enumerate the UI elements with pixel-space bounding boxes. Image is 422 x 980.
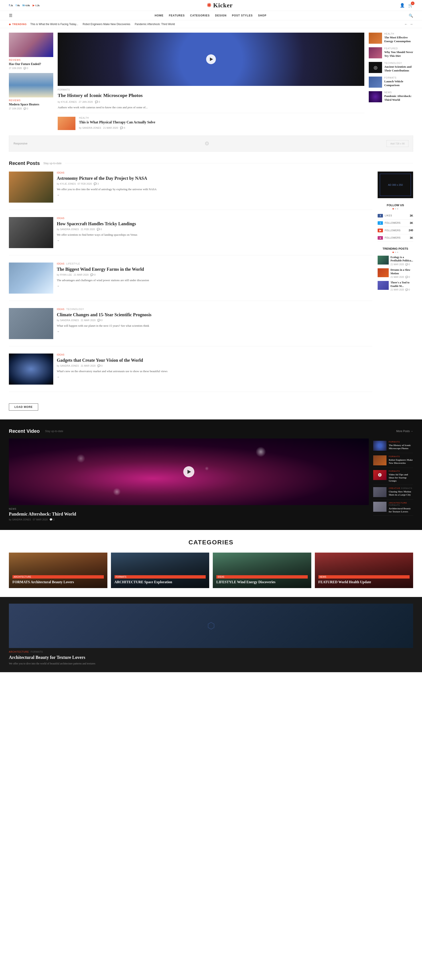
- tp-title-2[interactable]: Dreams in a Slow Motion: [390, 268, 413, 275]
- trending-item-2[interactable]: Robot Engineers Make New Discoveries: [83, 23, 130, 26]
- cart-button[interactable]: 🛒 0: [408, 3, 413, 8]
- nav-design[interactable]: DESIGN: [215, 14, 227, 17]
- recent-post-4-cat2: TECHNOLOGY: [66, 308, 84, 310]
- vl-title-1[interactable]: The History of Iconic Microscope Photos: [389, 444, 413, 450]
- featured-sub-title[interactable]: This is What Physical Therapy Can Actual…: [79, 120, 155, 125]
- trending-next-arrow[interactable]: →: [409, 22, 413, 26]
- vl-title-5[interactable]: Architectural Beauty for Texture Lovers: [389, 507, 413, 513]
- social-facebook[interactable]: f 2k: [9, 4, 13, 7]
- site-logo[interactable]: ❋ Kicker: [207, 2, 233, 9]
- sidebar-title-4[interactable]: Launch Vehicle Comparison: [384, 80, 413, 87]
- sidebar-content-3: TECHNOLOGY Ancient Scientists and Their …: [384, 62, 413, 73]
- featured-sub-meta: by SANDRA JONES 21 MAR 2020 💬 4: [79, 126, 155, 129]
- cat-card-3[interactable]: IDEAS LIFESTYLE Wind Energy Discoveries: [213, 552, 311, 588]
- recent-post-2-title[interactable]: How Spacecraft Handles Tricky Landings: [57, 221, 372, 227]
- recent-post-4-more[interactable]: →: [57, 330, 372, 333]
- vl-title-3[interactable]: Video Ad Tips and Ideas for Startup Grou…: [389, 473, 413, 482]
- sidebar-title-1[interactable]: The Most Effective Energy Consumption: [384, 36, 413, 43]
- featured-play-button[interactable]: [206, 54, 216, 64]
- nav-categories[interactable]: CATEGORIES: [190, 14, 209, 17]
- small-post-1-meta: 27 JUN 2020 💬 3: [9, 67, 53, 70]
- recent-post-3-more[interactable]: →: [57, 285, 372, 288]
- arch-title[interactable]: Architectural Beauty for Texture Lovers: [9, 654, 413, 660]
- small-post-1-title[interactable]: Has Our Future Ended?: [9, 62, 53, 66]
- nav-features[interactable]: FEATURES: [169, 14, 185, 17]
- sidebar-title-2[interactable]: Why You Should Never Try This Diet: [384, 50, 413, 58]
- recent-post-5-title[interactable]: Gadgets that Create Your Vision of the W…: [57, 357, 372, 363]
- featured-sub-content: HEALTH This is What Physical Therapy Can…: [79, 117, 155, 131]
- menu-hamburger-icon[interactable]: ☰: [9, 13, 13, 18]
- small-post-2-title[interactable]: Modern Space Heaters: [9, 103, 53, 107]
- youtube-follow-label: FOLLOWERS: [385, 229, 409, 232]
- search-icon[interactable]: 🔍: [409, 14, 413, 18]
- rp1-comments: 💬 3: [94, 183, 99, 185]
- social-twitter[interactable]: t 8k: [16, 4, 20, 7]
- tp-title-1[interactable]: Ecology is a Profitable Politica...: [390, 256, 413, 262]
- recent-post-5-more[interactable]: →: [57, 375, 372, 379]
- nav-shop[interactable]: SHOP: [258, 14, 267, 17]
- more-posts-link[interactable]: More Posts →: [396, 430, 413, 433]
- main-video-player[interactable]: [9, 439, 369, 505]
- video-section-title: Recent Video: [9, 428, 40, 434]
- sidebar-thumb-1: [369, 33, 382, 44]
- trending-prev-arrow[interactable]: ←: [404, 22, 408, 26]
- recent-posts-title: Recent Posts: [9, 161, 40, 166]
- recent-post-1-more[interactable]: →: [57, 194, 372, 197]
- tp-thumb-1-bg: [378, 256, 389, 264]
- health-thumb-bg: [369, 33, 382, 44]
- social-linkedin[interactable]: in 6.8k: [22, 4, 30, 7]
- rp3-comments: 💬 0: [90, 274, 95, 276]
- featured-sub-author: by SANDRA JONES: [79, 126, 101, 129]
- trending-item-1[interactable]: This is What the World is Facing Today..…: [30, 23, 78, 26]
- vl-title-4[interactable]: Chasing Slow Motion Shots in a Large Cit…: [389, 490, 413, 496]
- recent-post-2-more[interactable]: →: [57, 239, 372, 242]
- linkedin-count: 6.8k: [25, 4, 30, 7]
- recent-post-3-title[interactable]: The Biggest Wind Energy Farms in the Wor…: [57, 266, 372, 272]
- follow-facebook[interactable]: f LIKES 3K: [378, 212, 413, 220]
- video-main-title[interactable]: Pandemic Aftershock: Third World: [9, 511, 369, 517]
- tp-title-3[interactable]: There's a Tool to Enable M...: [390, 281, 413, 288]
- user-icon[interactable]: 👤: [400, 3, 405, 8]
- trending-dots: [378, 252, 413, 253]
- youtube-icon: ▶: [33, 4, 35, 7]
- featured-author-meta: by KYLIE JONES 27 JAN 2020 💬 3: [58, 100, 364, 103]
- trending-item-3[interactable]: Pandemic Aftershock: Third World: [135, 23, 175, 26]
- follow-instagram[interactable]: ● FOLLOWERS 3K: [378, 234, 413, 242]
- featured-title[interactable]: The History of Iconic Microscope Photos: [58, 92, 364, 99]
- tech-thumb-bg: ◎: [369, 62, 382, 73]
- arch-layout: ⬡ ARCHITECTURE FORMATS Architectural Bea…: [9, 604, 413, 665]
- cat-card-2[interactable]: FORMATS ARCHITECTURE Space Exploration: [111, 552, 209, 588]
- video-list-item-2: FORMATS Robot Engineers Make New Discove…: [373, 453, 413, 468]
- vl-title-2[interactable]: Robot Engineers Make New Discoveries: [389, 458, 413, 465]
- rp4-author: by SANDRA JONES: [57, 319, 79, 322]
- sidebar-title-5[interactable]: Pandemic Aftershock: Third World: [384, 94, 413, 102]
- top-bar-actions: 👤 🛒 0: [400, 3, 413, 8]
- video-play-button[interactable]: [183, 466, 194, 477]
- site-name: Kicker: [213, 2, 233, 9]
- social-youtube[interactable]: ▶ 1.2k: [33, 4, 40, 7]
- recent-post-4: IDEAS TECHNOLOGY Climate Changes and 15-…: [9, 308, 372, 347]
- follow-youtube[interactable]: ▶ FOLLOWERS 240: [378, 227, 413, 234]
- recent-post-4-title[interactable]: Climate Changes and 15-Year Scientific P…: [57, 312, 372, 318]
- recent-post-4-image: [9, 308, 53, 339]
- rp2-author: by SANDRA JONES: [57, 228, 79, 231]
- cat-card-4[interactable]: NEWS FEATURED World Health Update: [315, 552, 413, 588]
- recent-post-3-image: [9, 262, 53, 294]
- dot-3: [397, 208, 398, 210]
- follow-twitter[interactable]: t FOLLOWERS 3K: [378, 220, 413, 227]
- video-section-header: Recent Video Stay up-to-date More Posts …: [9, 428, 413, 434]
- categories-section: CATEGORIES ARCHITECTURE FORMATS Architec…: [0, 530, 422, 597]
- vl-content-2: FORMATS Robot Engineers Make New Discove…: [389, 455, 413, 465]
- cat-card-1[interactable]: ARCHITECTURE FORMATS Architectural Beaut…: [9, 552, 107, 588]
- nav-post-styles[interactable]: POST STYLES: [232, 14, 253, 17]
- arch-categories: ARCHITECTURE FORMATS: [9, 651, 413, 653]
- recent-post-2-image: [9, 217, 53, 248]
- recent-post-1-title[interactable]: Astronomy Picture of the Day Project by …: [57, 175, 372, 181]
- small-post-2-meta: 27 JUN 2020 💬 3: [9, 107, 53, 110]
- twitter-count: 8k: [17, 4, 20, 7]
- follow-us-title: FOLLOW US: [378, 204, 413, 207]
- featured-video[interactable]: [58, 33, 364, 86]
- sidebar-title-3[interactable]: Ancient Scientists and Their Contributio…: [384, 65, 413, 73]
- load-more-button[interactable]: LOAD MORE: [9, 403, 38, 410]
- nav-home[interactable]: HOME: [155, 14, 163, 17]
